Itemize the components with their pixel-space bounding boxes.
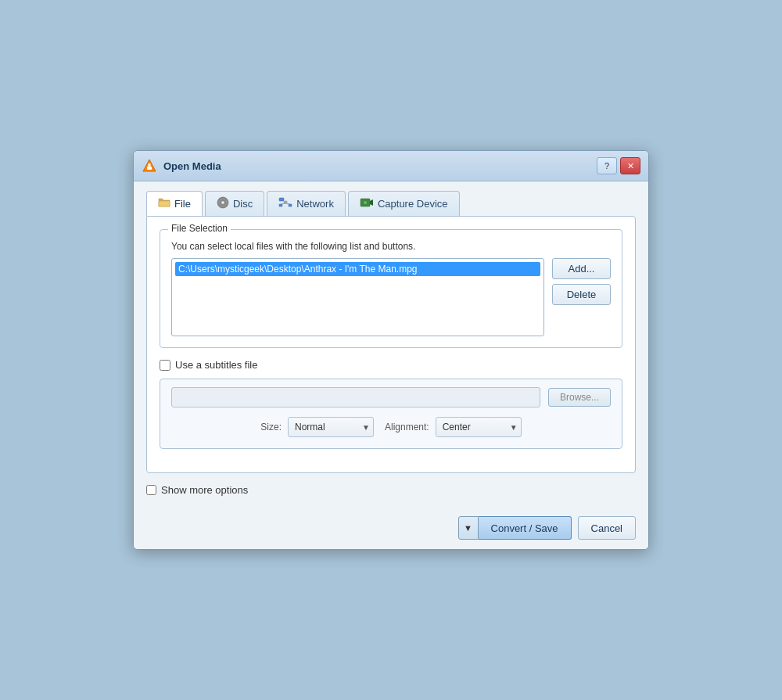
subtitle-path-input[interactable] <box>171 387 540 407</box>
size-dropdown[interactable]: Normal ▼ <box>288 417 374 437</box>
network-tab-icon <box>278 197 292 210</box>
svg-rect-9 <box>289 204 292 206</box>
title-bar-buttons: ? ✕ <box>597 157 640 174</box>
alignment-label: Alignment: <box>385 422 429 433</box>
bottom-bar: ▼ Convert / Save Cancel <box>134 508 648 549</box>
svg-line-10 <box>281 203 285 204</box>
convert-save-split: ▼ Convert / Save <box>458 516 572 540</box>
svg-rect-7 <box>284 201 287 203</box>
file-list-item[interactable]: C:\Users\mysticgeek\Desktop\Anthrax - I'… <box>175 262 540 276</box>
tab-file[interactable]: File <box>146 191 203 216</box>
svg-rect-2 <box>149 163 151 167</box>
cancel-button[interactable]: Cancel <box>578 516 636 540</box>
alignment-dropdown-arrow: ▼ <box>510 423 518 432</box>
size-align-row: Size: Normal ▼ Alignment: Center ▼ <box>171 417 611 437</box>
file-list-area: C:\Users\mysticgeek\Desktop\Anthrax - I'… <box>171 258 611 336</box>
capture-tab-icon <box>360 197 374 210</box>
file-selection-group: File Selection You can select local file… <box>160 229 622 348</box>
title-bar-left: Open Media <box>142 158 221 174</box>
show-more-row: Show more options <box>146 484 636 496</box>
size-field-group: Size: Normal ▼ <box>260 417 374 437</box>
svg-marker-13 <box>370 199 373 206</box>
svg-rect-6 <box>279 198 284 201</box>
alignment-value: Center <box>443 422 471 433</box>
convert-save-arrow[interactable]: ▼ <box>458 516 479 540</box>
close-button[interactable]: ✕ <box>620 157 640 174</box>
subtitles-checkbox[interactable] <box>160 360 170 371</box>
main-panel: File Selection You can select local file… <box>146 216 636 473</box>
svg-point-4 <box>221 201 224 204</box>
subtitles-section: Browse... Size: Normal ▼ Alignment: Cent… <box>160 379 622 449</box>
size-dropdown-arrow: ▼ <box>362 423 370 432</box>
file-buttons: Add... Delete <box>552 258 611 305</box>
tab-network[interactable]: Network <box>267 191 346 216</box>
tab-capture-label: Capture Device <box>378 198 448 210</box>
open-media-window: Open Media ? ✕ File <box>133 150 649 550</box>
disc-tab-icon <box>217 196 229 211</box>
svg-line-11 <box>285 203 290 204</box>
file-list[interactable]: C:\Users\mysticgeek\Desktop\Anthrax - I'… <box>171 258 544 336</box>
tab-network-label: Network <box>296 198 334 210</box>
file-selection-label: File Selection <box>168 223 231 234</box>
title-bar: Open Media ? ✕ <box>134 151 648 181</box>
file-tab-icon <box>158 197 170 210</box>
alignment-field-group: Alignment: Center ▼ <box>385 417 522 437</box>
tab-capture[interactable]: Capture Device <box>348 191 460 216</box>
file-selection-description: You can select local files with the foll… <box>171 241 611 252</box>
alignment-dropdown[interactable]: Center ▼ <box>436 417 522 437</box>
tab-disc[interactable]: Disc <box>205 191 264 216</box>
subtitles-checkbox-label[interactable]: Use a subtitles file <box>175 359 258 371</box>
svg-rect-8 <box>279 204 282 206</box>
window-title: Open Media <box>163 160 221 172</box>
window-body: File Disc <box>134 181 648 508</box>
subtitles-checkbox-row: Use a subtitles file <box>160 359 622 371</box>
subtitle-browse-row: Browse... <box>171 387 611 407</box>
show-more-label[interactable]: Show more options <box>161 484 248 496</box>
tab-bar: File Disc <box>146 191 636 216</box>
vlc-icon <box>142 158 157 174</box>
convert-save-button[interactable]: Convert / Save <box>479 516 572 540</box>
svg-point-14 <box>363 201 367 205</box>
tab-file-label: File <box>174 198 191 210</box>
size-value: Normal <box>295 422 325 433</box>
add-button[interactable]: Add... <box>552 258 611 279</box>
tab-disc-label: Disc <box>233 198 253 210</box>
browse-button[interactable]: Browse... <box>548 388 611 407</box>
delete-button[interactable]: Delete <box>552 284 611 305</box>
show-more-checkbox[interactable] <box>146 485 156 495</box>
help-button[interactable]: ? <box>597 157 617 174</box>
size-label: Size: <box>260 422 282 433</box>
